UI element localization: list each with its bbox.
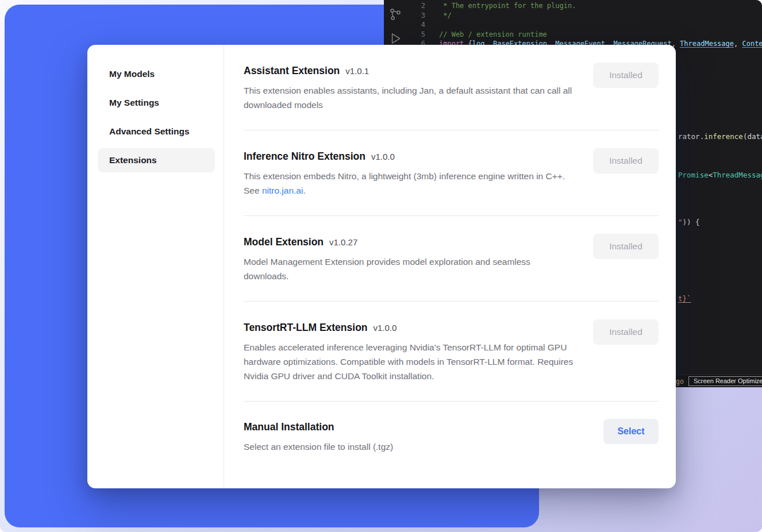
code-text: // Web / extension runtime [439, 30, 547, 40]
manual-installation-description: Select an extension file to install (.tg… [244, 440, 393, 454]
select-file-button[interactable]: Select [603, 419, 659, 444]
code-token: Promise [678, 171, 709, 179]
source-control-icon[interactable] [388, 7, 403, 22]
extension-description: This extension enables assistants, inclu… [244, 83, 576, 112]
extension-version: v1.0.27 [329, 237, 357, 247]
extensions-panel: Assistant Extension v1.0.1 This extensio… [224, 45, 676, 488]
code-line: 3 */ [407, 11, 762, 21]
extension-name: Inference Nitro Extension [244, 148, 365, 164]
extension-title-row: Model Extension v1.0.27 [244, 234, 576, 250]
installed-button[interactable]: Installed [593, 319, 659, 345]
code-line: 2 * The entrypoint for the plugin. [407, 1, 762, 11]
extension-version: v1.0.0 [374, 323, 397, 333]
extension-name: TensortRT-LLM Extension [244, 319, 368, 336]
extension-description: Model Management Extension provides mode… [244, 255, 576, 283]
code-token: */ [439, 11, 452, 20]
extension-title-row: Assistant Extension v1.0.1 [244, 63, 576, 79]
code-token: ThreadMessage [680, 40, 734, 48]
code-fragment: rator.inference(data)); [678, 132, 762, 141]
installed-button[interactable]: Installed [593, 234, 659, 259]
sidebar-item-advanced-settings[interactable]: Advanced Settings [98, 119, 215, 144]
extension-version: v1.0.1 [345, 66, 369, 76]
extension-description: Enables accelerated inference leveraging… [244, 340, 576, 383]
description-text: . [303, 186, 305, 195]
sidebar-item-my-models[interactable]: My Models [98, 62, 215, 86]
code-text: * The entrypoint for the plugin. [439, 1, 576, 11]
extension-title-row: Manual Installation [244, 419, 393, 435]
manual-installation-title: Manual Installation [244, 419, 334, 435]
code-fragment: t}` [678, 294, 691, 303]
extension-info: Model Extension v1.0.27 Model Management… [244, 234, 576, 283]
line-number: 5 [407, 30, 425, 40]
extension-row-tensorrt-llm: TensortRT-LLM Extension v1.0.0 Enables a… [244, 302, 659, 401]
extension-info: Assistant Extension v1.0.1 This extensio… [244, 63, 576, 112]
screen-reader-status: Screen Reader Optimize [688, 376, 762, 386]
sidebar-item-my-settings[interactable]: My Settings [98, 91, 215, 115]
code-line: 5 // Web / extension runtime [407, 30, 762, 40]
status-text: go [676, 377, 684, 385]
extension-version: v1.0.0 [371, 152, 395, 161]
code-token: " [678, 218, 683, 226]
code-token: )) { [683, 218, 700, 226]
extension-name: Model Extension [244, 234, 324, 250]
nitro-link[interactable]: nitro.jan.ai [262, 186, 303, 195]
line-number: 3 [407, 11, 425, 21]
installed-button[interactable]: Installed [593, 148, 659, 174]
code-text: */ [439, 11, 452, 21]
code-token: (data)); [743, 132, 762, 141]
installed-button[interactable]: Installed [593, 63, 659, 88]
code-line: 4 [407, 20, 762, 30]
line-number: 2 [407, 1, 425, 11]
settings-modal: My Models My Settings Advanced Settings … [87, 45, 676, 488]
run-icon[interactable] [388, 31, 403, 46]
code-token: inference [704, 132, 743, 141]
code-token: // Web / extension runtime [439, 30, 547, 38]
extension-info: Inference Nitro Extension v1.0.0 This ex… [244, 148, 576, 198]
extension-info: TensortRT-LLM Extension v1.0.0 Enables a… [244, 319, 576, 383]
code-fragment: ")) { [678, 218, 700, 226]
extension-info: Manual Installation Select an extension … [244, 419, 393, 454]
extension-row-inference-nitro: Inference Nitro Extension v1.0.0 This ex… [244, 130, 659, 215]
code-token: rator. [678, 132, 704, 141]
code-fragment: Promise<ThreadMessage> [678, 171, 762, 179]
code-token: t}` [678, 294, 691, 303]
desktop: 2 * The entrypoint for the plugin. 3 */ … [0, 0, 762, 532]
extension-row-model: Model Extension v1.0.27 Model Management… [244, 216, 659, 301]
extension-title-row: Inference Nitro Extension v1.0.0 [244, 148, 576, 164]
line-number: 4 [407, 20, 425, 30]
code-token: ThreadMessage [713, 171, 762, 179]
extension-title-row: TensortRT-LLM Extension v1.0.0 [244, 319, 576, 336]
manual-installation-row: Manual Installation Select an extension … [244, 402, 659, 470]
code-area: 2 * The entrypoint for the plugin. 3 */ … [407, 1, 762, 49]
extension-description: This extension embeds Nitro, a lightweig… [244, 169, 576, 198]
extension-name: Assistant Extension [244, 63, 340, 79]
extension-row-assistant: Assistant Extension v1.0.1 This extensio… [244, 45, 659, 130]
code-token: * The entrypoint for the plugin. [439, 2, 576, 10]
sidebar-item-extensions[interactable]: Extensions [98, 148, 215, 172]
code-token: ContentType [742, 40, 762, 48]
settings-sidebar: My Models My Settings Advanced Settings … [87, 45, 224, 488]
code-token: , [734, 40, 742, 48]
